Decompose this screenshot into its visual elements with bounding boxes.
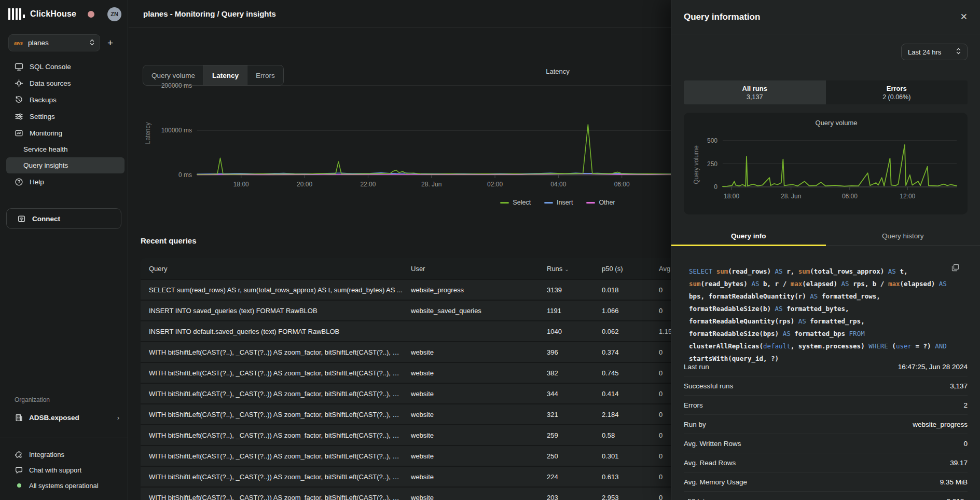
stat-value: 2: [963, 401, 968, 409]
sidebar-item-service-health[interactable]: Service health: [0, 141, 128, 157]
status-ok-icon: [15, 483, 23, 488]
sidebar-item-integrations[interactable]: Integrations: [0, 447, 128, 462]
service-selector[interactable]: aws planes: [8, 34, 100, 51]
query-volume-chart-canvas: 025050018:0028. Jun06:0012:00Query volum…: [691, 132, 962, 210]
chat-bubble-icon: [15, 466, 23, 475]
sidebar-item-label: Backups: [30, 96, 57, 104]
chevron-right-icon: ›: [117, 414, 119, 422]
runs-cell: 1191: [539, 307, 593, 315]
sidebar-item-help[interactable]: Help: [0, 173, 128, 190]
p50-cell: 0.613: [593, 473, 651, 481]
legend-item-select[interactable]: Select: [500, 199, 531, 206]
sql-code-block: SELECT sum(read_rows) AS r, sum(total_ro…: [671, 261, 980, 365]
errors-value: 2 (0.06%): [882, 93, 910, 101]
tab-query-history[interactable]: Query history: [826, 227, 980, 245]
stat-row: Avg. Written Rows0: [684, 434, 968, 453]
stat-label: Avg. Memory Usage: [684, 478, 747, 486]
p50-cell: 0.301: [593, 452, 651, 460]
sidebar-item-settings[interactable]: Settings: [0, 108, 128, 125]
sidebar: ClickHouse ZN aws planes + SQL Console D…: [0, 0, 128, 500]
svg-text:200000 ms: 200000 ms: [161, 82, 192, 89]
legend-label: Select: [513, 199, 531, 206]
toggle-errors[interactable]: Errors 2 (0.06%): [826, 80, 968, 104]
query-cell: WITH bitShiftLeft(CAST(?..), _CAST(?..))…: [141, 348, 403, 356]
sidebar-item-data-sources[interactable]: Data sources: [0, 75, 128, 91]
sidebar-item-query-insights[interactable]: Query insights: [6, 157, 125, 173]
service-name: planes: [28, 39, 49, 47]
sidebar-item-label: Service health: [23, 145, 68, 153]
sidebar-item-monitoring[interactable]: Monitoring: [0, 125, 128, 141]
legend-swatch: [586, 202, 595, 204]
svg-text:18:00: 18:00: [233, 181, 249, 188]
stat-row: Avg. Memory Usage9.35 MiB: [684, 472, 968, 492]
svg-text:02:00: 02:00: [487, 181, 503, 188]
stat-label: Errors: [684, 401, 703, 409]
toggle-all-runs[interactable]: All runs 3,137: [684, 80, 826, 104]
runs-cell: 224: [539, 473, 593, 481]
sidebar-item-backups[interactable]: Backups: [0, 91, 128, 108]
clickhouse-logo-icon[interactable]: [8, 8, 25, 20]
system-status[interactable]: All systems operational: [0, 478, 128, 493]
query-cell: SELECT sum(read_rows) AS r, sum(total_ro…: [141, 286, 403, 294]
sidebar-item-sql-console[interactable]: SQL Console: [0, 58, 128, 75]
legend-label: Other: [599, 199, 615, 206]
user-avatar[interactable]: ZN: [107, 7, 121, 21]
p50-cell: 0.062: [593, 328, 651, 335]
svg-text:20:00: 20:00: [297, 181, 312, 188]
connect-icon: [17, 214, 26, 223]
user-cell: website_saved_queries: [403, 307, 539, 315]
legend-item-insert[interactable]: Insert: [544, 199, 573, 206]
query-cell: INSERT INTO saved_queries (text) FORMAT …: [141, 307, 403, 315]
footer-item-label: Chat with support: [29, 466, 81, 474]
legend-item-other[interactable]: Other: [586, 199, 615, 206]
errors-label: Errors: [887, 85, 907, 92]
stat-value: 39.17: [950, 459, 968, 467]
query-cell: WITH bitShiftLeft(CAST(?..), _CAST(?..))…: [141, 411, 403, 418]
user-cell: website: [403, 431, 539, 439]
recent-queries-title: Recent queries: [141, 236, 197, 245]
query-volume-title: Query volume: [715, 119, 957, 127]
p50-cell: 2.953: [593, 494, 651, 500]
query-cell: WITH bitShiftLeft(CAST(?..), _CAST(?..))…: [141, 494, 403, 500]
add-service-button[interactable]: +: [107, 38, 113, 48]
svg-text:28. Jun: 28. Jun: [781, 193, 801, 200]
brand-name[interactable]: ClickHouse: [30, 9, 76, 19]
integrations-puzzle-icon: [15, 450, 23, 459]
svg-text:22:00: 22:00: [360, 181, 376, 188]
runs-errors-toggle: All runs 3,137 Errors 2 (0.06%): [684, 80, 968, 104]
help-icon: [15, 178, 23, 186]
user-cell: website: [403, 473, 539, 481]
data-sources-icon: [15, 79, 23, 88]
copy-icon[interactable]: [951, 264, 959, 274]
stat-label: Last run: [684, 363, 709, 371]
column-header-query: Query: [141, 265, 403, 273]
sidebar-item-chat-support[interactable]: Chat with support: [0, 462, 128, 478]
service-selector-row: aws planes +: [8, 34, 121, 51]
legend-label: Insert: [557, 199, 573, 206]
svg-text:250: 250: [707, 160, 717, 168]
svg-text:28. Jun: 28. Jun: [421, 181, 441, 188]
stat-label: Run by: [684, 421, 706, 428]
stat-value: 0: [963, 440, 968, 448]
query-volume-panel: Query volume 025050018:0028. Jun06:0012:…: [684, 113, 968, 214]
drawer-header: Query information ✕: [671, 0, 980, 34]
runs-cell: 259: [539, 431, 593, 439]
settings-sliders-icon: [15, 112, 23, 121]
svg-text:Query volume: Query volume: [693, 145, 700, 184]
sidebar-nav: SQL Console Data sources Backups Setting…: [0, 58, 128, 190]
sidebar-item-label: SQL Console: [30, 63, 71, 71]
monitoring-icon: [15, 129, 23, 138]
runs-cell: 3139: [539, 286, 593, 294]
column-header-p50-s-: p50 (s): [593, 265, 651, 273]
legend-swatch: [500, 202, 509, 204]
aws-icon: aws: [14, 40, 23, 46]
sort-chevron-icon: ⌄: [564, 266, 569, 272]
column-header-runs[interactable]: Runs⌄: [539, 265, 593, 273]
svg-text:04:00: 04:00: [550, 181, 566, 188]
time-range-select[interactable]: Last 24 hrs: [901, 44, 968, 60]
runs-cell: 321: [539, 411, 593, 418]
tab-query-info[interactable]: Query info: [671, 227, 826, 245]
close-icon[interactable]: ✕: [960, 12, 968, 21]
connect-button[interactable]: Connect: [6, 208, 121, 229]
organization-switcher[interactable]: ADSB.exposed ›: [0, 410, 128, 426]
